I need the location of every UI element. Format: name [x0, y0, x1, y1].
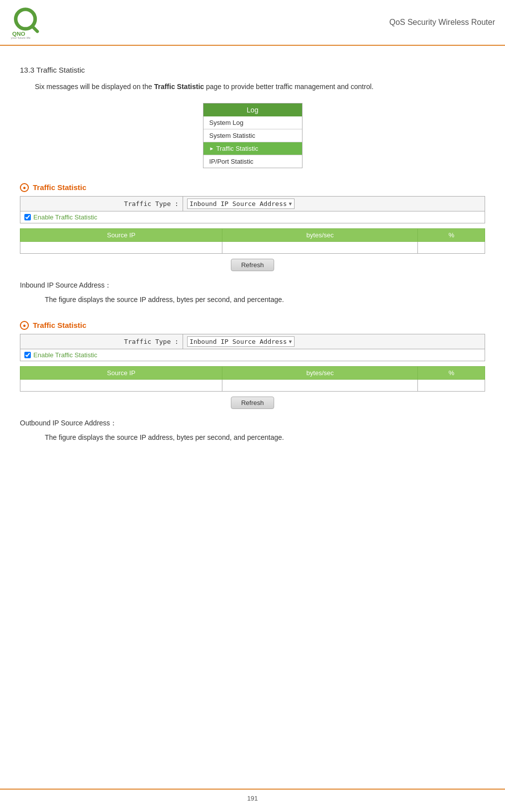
enable-row-1: Enable Traffic Statistic: [20, 211, 485, 223]
intro-bold: Traffic Statistic: [154, 83, 204, 91]
col-source-ip-1: Source IP: [20, 228, 222, 241]
page-footer: 191: [0, 789, 505, 807]
enable-checkbox-2[interactable]: [24, 352, 31, 358]
refresh-area-2: Refresh: [20, 397, 485, 409]
intro-text: Six messages will be displayed on the Tr…: [35, 81, 485, 93]
outbound-desc-text: The figure displays the source IP addres…: [45, 432, 485, 444]
data-table-2: Source IP bytes/sec %: [20, 366, 485, 392]
logo-icon: QNO your future life: [10, 5, 50, 40]
intro-after: page to provide better traffic managemen…: [204, 83, 374, 91]
data-table-header-row-1: Source IP bytes/sec %: [20, 228, 485, 241]
traffic-type-label-2: Traffic Type :: [20, 334, 183, 349]
logo-area: QNO your future life: [10, 5, 50, 40]
main-content: 13.3 Traffic Statistic Six messages will…: [0, 46, 505, 478]
inbound-description: Inbound IP Source Address： The figure di…: [20, 281, 485, 306]
col-bytes-sec-2: bytes/sec: [222, 366, 418, 379]
menu-item-ip-port-statistic: IP/Port Statistic: [203, 155, 302, 168]
inbound-desc-text: The figure displays the source IP addres…: [45, 294, 485, 306]
page-header: QNO your future life QoS Security Wirele…: [0, 0, 505, 46]
enable-checkbox-1[interactable]: [24, 214, 31, 220]
traffic-type-select-cell-2: Inbound IP Source Address ▼: [183, 334, 485, 349]
refresh-button-1[interactable]: Refresh: [231, 259, 275, 271]
traffic-type-value-1: Inbound IP Source Address: [190, 200, 287, 207]
ts-icon-1: ●: [20, 183, 29, 192]
traffic-type-row-1: Traffic Type : Inbound IP Source Address…: [20, 196, 485, 211]
enable-checkbox-label-2[interactable]: Enable Traffic Statistic: [24, 351, 481, 359]
ts-title-1: Traffic Statistic: [33, 183, 87, 192]
enable-row-2: Enable Traffic Statistic: [20, 349, 485, 361]
refresh-button-2[interactable]: Refresh: [231, 397, 275, 409]
enable-label-1: Enable Traffic Statistic: [33, 213, 97, 221]
data-cell-1a: [20, 241, 222, 253]
traffic-type-select-cell-1: Inbound IP Source Address ▼: [183, 196, 485, 211]
data-cell-2c: [418, 379, 485, 391]
traffic-statistic-section-2: ● Traffic Statistic Traffic Type : Inbou…: [20, 321, 485, 409]
select-arrow-1: ▼: [289, 201, 292, 206]
data-cell-2b: [222, 379, 418, 391]
col-source-ip-2: Source IP: [20, 366, 222, 379]
svg-text:your future life: your future life: [11, 36, 31, 39]
enable-cell-2: Enable Traffic Statistic: [20, 349, 485, 361]
traffic-type-select-2[interactable]: Inbound IP Source Address ▼: [187, 336, 295, 347]
page-number: 191: [247, 795, 258, 802]
traffic-type-label-1: Traffic Type :: [20, 196, 183, 211]
menu-screenshot: Log System Log System Statistic ► Traffi…: [20, 103, 485, 168]
data-table-1: Source IP bytes/sec %: [20, 228, 485, 254]
svg-line-1: [32, 26, 37, 32]
enable-cell-1: Enable Traffic Statistic: [20, 211, 485, 223]
ts-icon-2: ●: [20, 321, 29, 330]
col-percent-2: %: [418, 366, 485, 379]
data-table-header-row-2: Source IP bytes/sec %: [20, 366, 485, 379]
menu-item-traffic-statistic[interactable]: ► Traffic Statistic: [203, 142, 302, 155]
menu-item-label: Traffic Statistic: [216, 145, 258, 152]
menu-box: Log System Log System Statistic ► Traffi…: [203, 103, 303, 168]
refresh-area-1: Refresh: [20, 259, 485, 271]
data-cell-1b: [222, 241, 418, 253]
col-bytes-sec-1: bytes/sec: [222, 228, 418, 241]
col-percent-1: %: [418, 228, 485, 241]
ts-title-2: Traffic Statistic: [33, 321, 87, 329]
traffic-type-row-2: Traffic Type : Inbound IP Source Address…: [20, 334, 485, 349]
data-row-empty-1: [20, 241, 485, 253]
traffic-statistic-section-1: ● Traffic Statistic Traffic Type : Inbou…: [20, 183, 485, 271]
menu-item-label: System Statistic: [209, 132, 255, 139]
menu-item-label: IP/Port Statistic: [209, 158, 254, 165]
menu-header: Log: [203, 103, 302, 116]
traffic-type-value-2: Inbound IP Source Address: [190, 338, 287, 345]
header-title: QoS Security Wireless Router: [389, 18, 495, 27]
ts-header-1: ● Traffic Statistic: [20, 183, 485, 192]
enable-label-2: Enable Traffic Statistic: [33, 351, 97, 359]
menu-item-system-log: System Log: [203, 116, 302, 129]
traffic-type-select-1[interactable]: Inbound IP Source Address ▼: [187, 199, 295, 209]
data-row-empty-2: [20, 379, 485, 391]
ts-config-table-2: Traffic Type : Inbound IP Source Address…: [20, 334, 485, 361]
data-cell-2a: [20, 379, 222, 391]
ts-header-2: ● Traffic Statistic: [20, 321, 485, 330]
select-arrow-2: ▼: [289, 339, 292, 344]
section-title: 13.3 Traffic Statistic: [20, 66, 485, 74]
menu-item-label: System Log: [209, 119, 244, 126]
enable-checkbox-label-1[interactable]: Enable Traffic Statistic: [24, 213, 481, 221]
data-cell-1c: [418, 241, 485, 253]
ts-config-table-1: Traffic Type : Inbound IP Source Address…: [20, 196, 485, 223]
outbound-heading: Outbound IP Source Address：: [20, 419, 485, 428]
inbound-heading: Inbound IP Source Address：: [20, 281, 485, 290]
intro-before: Six messages will be displayed on the: [35, 83, 154, 91]
outbound-description: Outbound IP Source Address： The figure d…: [20, 419, 485, 444]
menu-item-system-statistic: System Statistic: [203, 129, 302, 142]
